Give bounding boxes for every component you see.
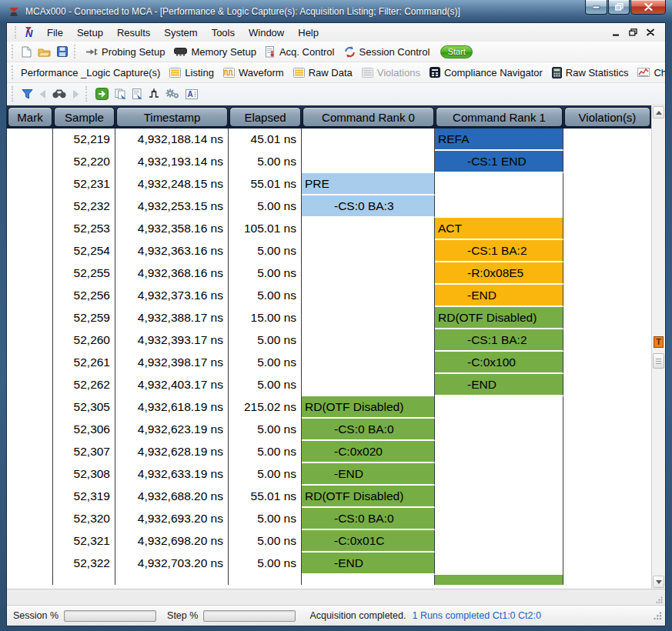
probing-setup-button[interactable]: Probing Setup bbox=[81, 44, 169, 60]
memory-setup-icon bbox=[174, 48, 187, 56]
command-rank-0-cell bbox=[302, 129, 435, 151]
menu-window[interactable]: Window bbox=[242, 25, 291, 41]
copy-export-button[interactable] bbox=[112, 86, 129, 102]
trigger-marker[interactable]: T bbox=[654, 336, 664, 348]
waveform-icon bbox=[223, 68, 235, 78]
sample-cell: 52,232 bbox=[53, 195, 115, 218]
elapsed-cell: 5.00 ns bbox=[229, 419, 302, 441]
table-row[interactable]: 52,322 4,932,703.20 ns 5.00 ns -END bbox=[7, 553, 651, 575]
table-row[interactable]: 52,256 4,932,373.16 ns 5.00 ns -END bbox=[7, 285, 651, 307]
table-row[interactable]: 52,255 4,932,368.16 ns 5.00 ns -R:0x08E5 bbox=[7, 262, 651, 285]
table-row[interactable]: 52,305 4,932,618.19 ns 215.02 ns RD(OTF … bbox=[7, 396, 651, 419]
compliance-navigator-button[interactable]: Compliance Navigator bbox=[425, 65, 547, 81]
sample-cell: 52,319 bbox=[53, 486, 115, 508]
save-button[interactable] bbox=[54, 44, 71, 59]
performance-capture-button[interactable]: Performance _Logic Capture(s) bbox=[16, 65, 165, 81]
settings-gears-button[interactable] bbox=[162, 86, 182, 102]
violations-cell bbox=[563, 419, 651, 441]
mdi-minimize-button[interactable] bbox=[613, 27, 620, 38]
column-header-mark[interactable]: Mark bbox=[8, 107, 52, 127]
goto-button[interactable] bbox=[92, 85, 112, 102]
toolbar3-grip-2[interactable] bbox=[85, 86, 89, 102]
font-settings-button[interactable]: A bbox=[182, 87, 201, 102]
table-row[interactable]: 52,320 4,932,693.20 ns 5.00 ns -CS:0 BA:… bbox=[7, 508, 651, 530]
scroll-down-button[interactable] bbox=[653, 576, 664, 588]
menu-tools[interactable]: Tools bbox=[205, 25, 242, 41]
violations-cell bbox=[563, 285, 651, 307]
scrollbar-thumb[interactable] bbox=[653, 353, 664, 369]
start-button[interactable]: Start bbox=[440, 45, 473, 58]
report-export-button[interactable] bbox=[129, 86, 145, 102]
column-header-sample[interactable]: Sample bbox=[54, 107, 115, 127]
column-header-violations[interactable]: Violation(s) bbox=[564, 107, 650, 127]
column-header-timestamp[interactable]: Timestamp bbox=[116, 107, 228, 127]
table-row[interactable]: 52,319 4,932,688.20 ns 55.01 ns RD(OTF D… bbox=[7, 486, 651, 508]
violations-icon bbox=[362, 68, 373, 78]
mark-cell bbox=[7, 575, 53, 585]
toolbar1-grip[interactable] bbox=[12, 45, 15, 58]
column-header-elapsed[interactable]: Elapsed bbox=[229, 107, 301, 127]
menu-help[interactable]: Help bbox=[291, 25, 326, 41]
close-button[interactable] bbox=[630, 0, 666, 15]
trigger-setup-button[interactable] bbox=[145, 86, 162, 102]
table-row[interactable]: 52,220 4,932,193.14 ns 5.00 ns -CS:1 END bbox=[7, 151, 651, 173]
violations-cell bbox=[563, 329, 651, 352]
table-row[interactable]: 52,219 4,932,188.14 ns 45.01 ns REFA bbox=[7, 129, 651, 151]
table-row[interactable]: 52,260 4,932,393.17 ns 5.00 ns -CS:1 BA:… bbox=[7, 329, 651, 352]
partial-row[interactable] bbox=[7, 575, 651, 585]
sample-cell: 52,219 bbox=[53, 129, 115, 151]
session-control-button[interactable]: Session Control bbox=[339, 44, 435, 60]
mdi-restore-button[interactable] bbox=[629, 27, 637, 38]
open-file-icon bbox=[38, 47, 51, 57]
open-file-button[interactable] bbox=[35, 45, 54, 59]
waveform-view-button[interactable]: Waveform bbox=[219, 65, 289, 81]
filter-button[interactable] bbox=[18, 86, 36, 102]
scroll-up-icon bbox=[656, 111, 662, 115]
menubar-grip[interactable] bbox=[15, 26, 18, 38]
table-row[interactable]: 52,321 4,932,698.20 ns 5.00 ns -C:0x01C bbox=[7, 530, 651, 553]
table-row[interactable]: 52,231 4,932,248.15 ns 55.01 ns PRE bbox=[7, 173, 651, 195]
search-button[interactable] bbox=[49, 87, 69, 101]
table-row[interactable]: 52,253 4,932,358.16 ns 105.01 ns ACT bbox=[7, 218, 651, 240]
vertical-scrollbar[interactable]: T bbox=[651, 105, 665, 589]
menu-results[interactable]: Results bbox=[110, 25, 157, 41]
timestamp-cell: 4,932,363.16 ns bbox=[115, 240, 229, 262]
menu-setup[interactable]: Setup bbox=[70, 25, 110, 41]
raw-statistics-button[interactable]: Raw Statistics bbox=[547, 65, 634, 81]
listing-view-button[interactable]: Listing bbox=[165, 65, 219, 81]
restore-button[interactable] bbox=[608, 0, 630, 15]
table-row[interactable]: 52,232 4,932,253.15 ns 5.00 ns -CS:0 BA:… bbox=[7, 195, 651, 218]
menu-file[interactable]: File bbox=[40, 25, 70, 41]
column-header-command-rank-1[interactable]: Command Rank 1 bbox=[436, 107, 563, 127]
table-row[interactable]: 52,306 4,932,623.19 ns 5.00 ns -CS:0 BA:… bbox=[7, 419, 651, 441]
table-row[interactable]: 52,254 4,932,363.16 ns 5.00 ns -CS:1 BA:… bbox=[7, 240, 651, 262]
memory-setup-button[interactable]: Memory Setup bbox=[169, 44, 261, 60]
toolbar2-grip[interactable] bbox=[12, 65, 13, 79]
toolbar1-grip-2[interactable] bbox=[74, 45, 78, 58]
raw-statistics-icon bbox=[552, 67, 562, 78]
timestamp-cell: 4,932,623.19 ns bbox=[115, 419, 229, 441]
column-header-command-rank-0[interactable]: Command Rank 0 bbox=[303, 107, 434, 127]
scroll-up-button[interactable] bbox=[653, 106, 664, 119]
raw-data-view-button[interactable]: Raw Data bbox=[289, 65, 357, 81]
timestamp-cell bbox=[115, 575, 229, 585]
charts-button[interactable]: Charts bbox=[633, 65, 666, 81]
minimize-button[interactable] bbox=[585, 0, 607, 15]
resize-grip[interactable] bbox=[653, 611, 662, 620]
violations-cell bbox=[563, 195, 651, 218]
elapsed-cell: 5.00 ns bbox=[229, 195, 302, 218]
mdi-close-button[interactable] bbox=[647, 27, 654, 38]
table-row[interactable]: 52,259 4,932,388.17 ns 15.00 ns RD(OTF D… bbox=[7, 307, 651, 329]
acq-control-button[interactable]: Acq. Control bbox=[261, 44, 339, 60]
table-row[interactable]: 52,307 4,932,628.19 ns 5.00 ns -C:0x020 bbox=[7, 441, 651, 463]
table-row[interactable]: 52,308 4,932,633.19 ns 5.00 ns -END bbox=[7, 463, 651, 486]
sample-cell: 52,253 bbox=[53, 218, 115, 240]
table-row[interactable]: 52,261 4,932,398.17 ns 5.00 ns -C:0x100 bbox=[7, 352, 651, 374]
table-row[interactable]: 52,262 4,932,403.17 ns 5.00 ns -END bbox=[7, 374, 651, 396]
violations-cell bbox=[563, 486, 651, 508]
mark-cell bbox=[7, 352, 53, 374]
toolbar3-grip[interactable] bbox=[12, 86, 15, 102]
menu-system[interactable]: System bbox=[157, 25, 204, 41]
new-file-button[interactable] bbox=[18, 44, 35, 60]
mark-cell bbox=[7, 396, 53, 419]
